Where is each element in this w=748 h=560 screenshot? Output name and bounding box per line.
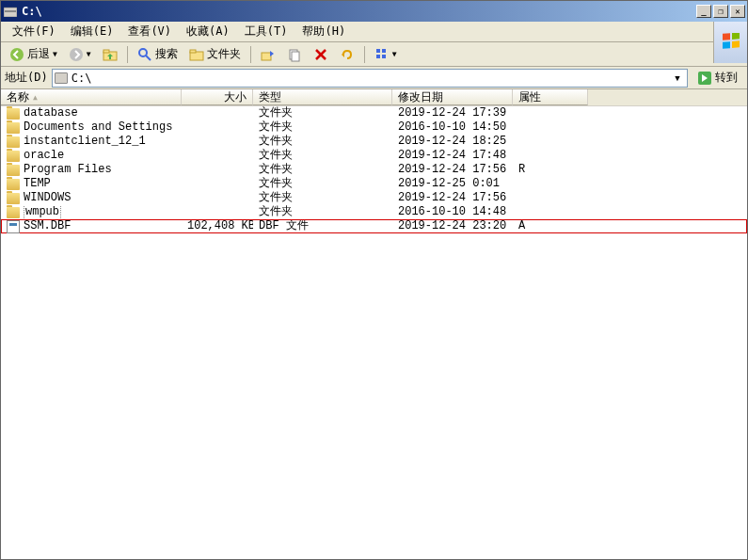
cell-type: 文件夹 [253, 205, 392, 219]
cell-attr [513, 191, 588, 205]
table-row[interactable]: wmpub文件夹2016-10-10 14:48 [1, 205, 747, 219]
svg-rect-3 [732, 33, 740, 40]
go-label: 转到 [715, 70, 738, 86]
folder-icon [7, 179, 20, 190]
cell-size: 102,408 KB [182, 219, 253, 233]
table-row[interactable]: SSM.DBF102,408 KBDBF 文件2019-12-24 23:20A [1, 219, 747, 233]
svg-rect-16 [292, 52, 299, 61]
column-type-label: 类型 [259, 89, 281, 105]
minimize-button[interactable]: _ [696, 5, 711, 18]
file-name: WINDOWS [24, 191, 71, 205]
app-icon [3, 4, 18, 19]
table-row[interactable]: TEMP文件夹2019-12-25 0:01 [1, 177, 747, 191]
delete-button[interactable] [309, 44, 333, 65]
views-icon [374, 47, 390, 62]
menu-view[interactable]: 查看(V) [120, 22, 179, 41]
table-row[interactable]: Program Files文件夹2019-12-24 17:56R [1, 163, 747, 177]
cell-name: instantclient_12_1 [1, 135, 182, 149]
go-icon [697, 71, 712, 86]
go-button[interactable]: 转到 [692, 69, 743, 88]
menu-tools[interactable]: 工具(T) [237, 22, 295, 41]
column-header-attr[interactable]: 属性 [513, 89, 588, 105]
cell-type: 文件夹 [253, 163, 392, 177]
cell-type: 文件夹 [253, 135, 392, 149]
search-label: 搜索 [155, 46, 178, 62]
svg-rect-14 [262, 53, 271, 60]
cell-date: 2019-12-25 0:01 [392, 177, 513, 191]
folders-label: 文件夹 [207, 46, 241, 62]
column-date-label: 修改日期 [398, 89, 443, 105]
file-name: oracle [24, 149, 64, 163]
file-name: wmpub [24, 205, 61, 219]
svg-point-10 [139, 49, 147, 56]
column-header-date[interactable]: 修改日期 [392, 89, 513, 105]
cell-attr: A [513, 219, 588, 233]
svg-rect-4 [723, 41, 730, 49]
column-header-size[interactable]: 大小 [182, 89, 253, 105]
cell-type: 文件夹 [253, 106, 392, 120]
list-header: 名称 ▲ 大小 类型 修改日期 属性 [1, 89, 747, 106]
file-name: TEMP [24, 177, 51, 191]
copy-to-button[interactable] [282, 44, 307, 65]
copy-to-icon [287, 47, 302, 62]
back-button[interactable]: 后退 ▼ [5, 44, 62, 65]
table-row[interactable]: Documents and Settings文件夹2016-10-10 14:5… [1, 120, 747, 135]
toolbar-separator-3 [364, 46, 365, 63]
up-button[interactable] [98, 44, 122, 65]
svg-point-6 [10, 48, 24, 61]
cell-attr [513, 177, 588, 191]
cell-name: SSM.DBF [1, 219, 182, 233]
file-icon [7, 220, 20, 233]
menu-favorites[interactable]: 收藏(A) [179, 22, 237, 41]
column-attr-label: 属性 [518, 89, 541, 105]
cell-attr [513, 120, 588, 135]
back-label: 后退 [27, 46, 50, 62]
address-dropdown-icon[interactable]: ▼ [670, 73, 685, 83]
cell-size [182, 191, 253, 205]
views-dropdown-icon: ▼ [392, 50, 397, 58]
table-row[interactable]: instantclient_12_1文件夹2019-12-24 18:25 [1, 135, 747, 149]
svg-rect-19 [376, 49, 380, 53]
table-row[interactable]: oracle文件夹2019-12-24 17:48 [1, 149, 747, 163]
cell-name: TEMP [1, 177, 182, 191]
svg-rect-2 [723, 33, 730, 40]
folders-button[interactable]: 文件夹 [184, 44, 246, 65]
folder-icon [7, 151, 20, 162]
cell-attr [513, 205, 588, 219]
cell-type: 文件夹 [253, 120, 392, 135]
menu-help[interactable]: 帮助(H) [294, 22, 353, 41]
cell-date: 2019-12-24 23:20 [392, 219, 513, 233]
up-folder-icon [103, 47, 118, 62]
cell-date: 2016-10-10 14:50 [392, 120, 513, 135]
forward-button[interactable]: ▼ [64, 44, 96, 65]
folder-icon [7, 108, 20, 120]
column-header-type[interactable]: 类型 [253, 89, 392, 105]
drive-icon [55, 72, 68, 84]
toolbar: 后退 ▼ ▼ 搜索 文件夹 ▼ [1, 42, 747, 67]
table-row[interactable]: database文件夹2019-12-24 17:39 [1, 106, 747, 120]
cell-size [182, 177, 253, 191]
cell-date: 2019-12-24 17:48 [392, 149, 513, 163]
move-to-button[interactable] [256, 44, 280, 65]
svg-rect-1 [5, 10, 16, 12]
menu-edit[interactable]: 编辑(E) [63, 22, 121, 41]
undo-button[interactable] [335, 44, 359, 65]
cell-size [182, 135, 253, 149]
file-list: 名称 ▲ 大小 类型 修改日期 属性 database文件夹2019-12-24… [1, 89, 747, 559]
folder-icon [7, 122, 20, 134]
address-input[interactable]: C:\ ▼ [52, 69, 688, 88]
file-name: Documents and Settings [24, 120, 172, 135]
restore-button[interactable]: ❐ [713, 5, 728, 18]
views-button[interactable]: ▼ [370, 44, 402, 65]
search-button[interactable]: 搜索 [133, 44, 183, 65]
delete-icon [313, 47, 328, 62]
forward-dropdown-icon: ▼ [87, 50, 91, 58]
folder-icon [7, 193, 20, 204]
close-button[interactable]: ✕ [730, 5, 745, 18]
menu-file[interactable]: 文件(F) [5, 22, 63, 41]
column-header-name[interactable]: 名称 ▲ [1, 89, 182, 105]
table-row[interactable]: WINDOWS文件夹2019-12-24 17:56 [1, 191, 747, 205]
cell-size [182, 120, 253, 135]
column-size-label: 大小 [224, 89, 247, 105]
cell-name: Documents and Settings [1, 120, 182, 135]
